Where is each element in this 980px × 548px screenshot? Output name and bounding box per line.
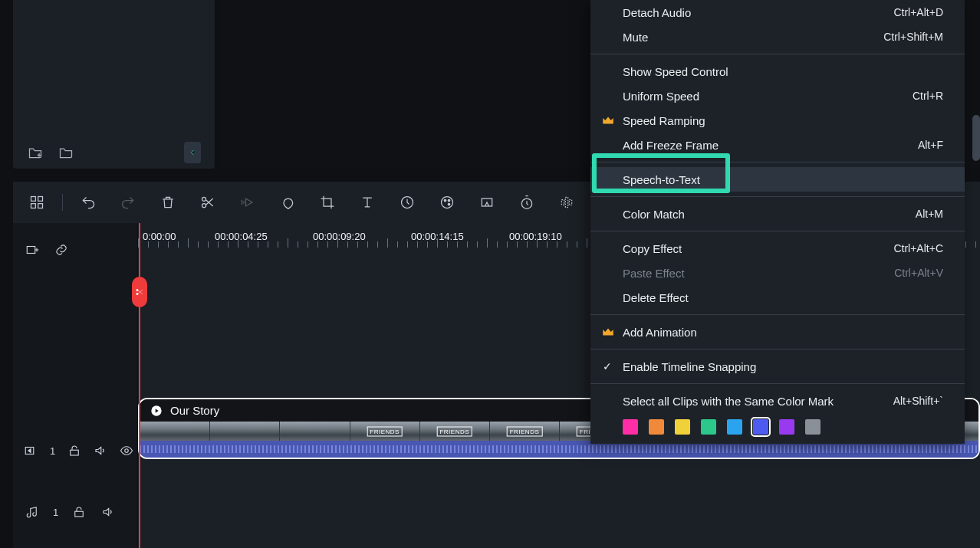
color-swatch[interactable]	[805, 419, 821, 435]
track-add-row	[13, 232, 137, 267]
audio-track-header: 1	[13, 494, 137, 530]
menu-item[interactable]: Add Animation	[590, 320, 965, 344]
svg-point-8	[444, 199, 446, 202]
new-folder-icon[interactable]	[27, 144, 44, 161]
lock-icon[interactable]	[67, 442, 81, 459]
menu-divider	[590, 54, 965, 54]
menu-item[interactable]: Detach AudioCtrl+Alt+D	[590, 0, 965, 25]
menu-item-shortcut: Ctrl+Alt+D	[893, 6, 943, 18]
menu-item-shortcut: Ctrl+R	[913, 90, 943, 102]
menu-item[interactable]: Uniform SpeedCtrl+R	[590, 84, 965, 108]
delete-icon[interactable]	[159, 194, 176, 211]
chroma-icon[interactable]	[478, 194, 495, 211]
menu-item-label: Detach Audio	[623, 6, 878, 19]
folder-icon[interactable]	[58, 144, 74, 161]
menu-item[interactable]: MuteCtrl+Shift+M	[590, 25, 965, 49]
track-header-panel: 1 1	[13, 223, 138, 548]
svg-rect-17	[75, 511, 84, 517]
undo-icon[interactable]	[80, 194, 97, 211]
svg-point-16	[125, 449, 129, 453]
preview-scrollbar[interactable]	[972, 115, 980, 161]
link-icon[interactable]	[53, 241, 70, 258]
menu-item[interactable]: Delete Effect	[590, 285, 965, 310]
menu-item[interactable]: Color MatchAlt+M	[590, 202, 965, 226]
speed-icon[interactable]	[399, 194, 416, 211]
color-swatch[interactable]	[753, 419, 768, 435]
color-mark-swatches	[590, 413, 965, 435]
color-icon[interactable]	[439, 194, 455, 211]
svg-point-9	[448, 199, 450, 202]
svg-point-5	[202, 204, 206, 208]
redo-icon[interactable]	[120, 194, 136, 211]
color-swatch[interactable]	[779, 419, 794, 435]
premium-crown-icon	[601, 325, 615, 339]
playhead-handle[interactable]	[132, 277, 147, 307]
menu-item-label: Color Match	[623, 208, 900, 221]
split-icon[interactable]	[199, 194, 216, 211]
svg-point-7	[442, 197, 453, 208]
crop-icon[interactable]	[319, 194, 336, 211]
keyframe-icon[interactable]	[558, 194, 575, 211]
color-swatch[interactable]	[727, 419, 742, 435]
menu-item-shortcut: Alt+F	[918, 139, 943, 151]
menu-divider	[590, 162, 965, 162]
duration-icon[interactable]	[518, 194, 535, 211]
menu-item[interactable]: Show Speed Control	[590, 59, 965, 84]
menu-item-label: Delete Effect	[623, 291, 943, 304]
menu-item-shortcut: Ctrl+Alt+V	[894, 267, 943, 279]
svg-rect-2	[31, 204, 36, 208]
video-track-icon	[24, 442, 38, 459]
menu-item-label: Speed Ramping	[623, 114, 943, 127]
svg-rect-1	[38, 197, 43, 202]
layout-icon[interactable]	[28, 194, 45, 211]
menu-divider	[590, 196, 965, 197]
menu-item: Paste EffectCtrl+Alt+V	[590, 261, 965, 285]
menu-item-label: Paste Effect	[623, 267, 879, 280]
clip-title: Our Story	[170, 404, 219, 417]
audio-stretch-icon[interactable]	[239, 194, 256, 211]
add-track-icon[interactable]	[24, 241, 41, 258]
menu-item-label: Copy Effect	[623, 242, 878, 255]
menu-divider	[590, 383, 965, 384]
context-menu[interactable]: Detach AudioCtrl+Alt+DMuteCtrl+Shift+MSh…	[590, 0, 965, 444]
ruler-label: 0:00:00	[143, 231, 176, 242]
menu-item-label: Uniform Speed	[623, 90, 897, 103]
color-swatch[interactable]	[675, 419, 690, 435]
menu-item-label: Add Freeze Frame	[623, 139, 903, 152]
mute-icon[interactable]	[94, 442, 107, 459]
visibility-icon[interactable]	[120, 442, 133, 459]
audio-track-icon	[24, 504, 41, 520]
play-icon	[150, 405, 163, 417]
menu-item-label: Add Animation	[623, 326, 943, 339]
text-icon[interactable]	[359, 194, 376, 211]
marker-icon[interactable]	[279, 194, 296, 211]
svg-rect-13	[27, 247, 35, 254]
svg-rect-15	[71, 450, 79, 455]
svg-point-10	[448, 203, 450, 205]
premium-crown-icon	[601, 113, 615, 127]
menu-item[interactable]: Copy EffectCtrl+Alt+C	[590, 236, 965, 261]
mute-icon[interactable]	[100, 504, 117, 520]
menu-item-label: Enable Timeline Snapping	[623, 360, 943, 373]
color-swatch[interactable]	[649, 419, 664, 435]
menu-item-shortcut: Ctrl+Alt+C	[893, 242, 943, 254]
video-track-badge: 1	[50, 445, 55, 457]
menu-item[interactable]: Speed Ramping	[590, 108, 965, 133]
lock-icon[interactable]	[71, 504, 87, 520]
menu-item-label: Mute	[623, 31, 868, 44]
menu-item[interactable]: ✓Enable Timeline Snapping	[590, 354, 965, 379]
menu-item[interactable]: Speech-to-Text	[590, 167, 965, 192]
menu-item[interactable]: Select all Clips with the Same Color Mar…	[590, 389, 965, 413]
svg-rect-0	[31, 197, 36, 202]
svg-point-19	[136, 289, 139, 291]
svg-point-4	[202, 197, 206, 201]
menu-item[interactable]: Add Freeze FrameAlt+F	[590, 133, 965, 157]
color-swatch[interactable]	[701, 419, 716, 435]
color-swatch[interactable]	[623, 419, 638, 435]
ruler-label: 00:00:19:10	[509, 231, 562, 242]
menu-item-label: Show Speed Control	[623, 65, 943, 78]
menu-item-shortcut: Ctrl+Shift+M	[883, 31, 943, 43]
menu-item-label: Select all Clips with the Same Color Mar…	[623, 395, 878, 408]
collapse-panel-button[interactable]	[184, 142, 201, 163]
playhead[interactable]	[139, 223, 140, 548]
